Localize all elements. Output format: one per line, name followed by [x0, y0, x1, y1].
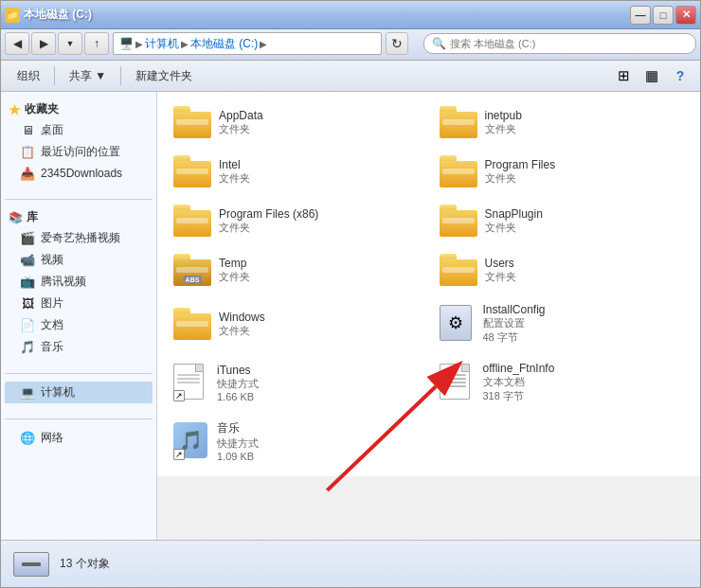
- file-size-offline: 318 字节: [483, 389, 555, 403]
- view-icon-button[interactable]: ⊞: [611, 64, 636, 87]
- sidebar-item-network[interactable]: 🌐 网络: [5, 427, 153, 449]
- file-name-users: Users: [485, 257, 516, 270]
- file-size-installconfig: 48 字节: [483, 330, 546, 345]
- file-name-inetpub: inetpub: [485, 109, 522, 122]
- breadcrumb-bar: 🖥️ ▶ 计算机 ▶ 本地磁盘 (C:) ▶: [113, 32, 382, 55]
- sidebar-item-downloads[interactable]: 📥 2345Downloads: [5, 163, 153, 184]
- breadcrumb-drive[interactable]: 本地磁盘 (C:): [190, 36, 258, 52]
- file-name-temp: Temp: [219, 257, 250, 270]
- organize-button[interactable]: 组织: [9, 63, 48, 88]
- search-icon: 🔍: [432, 37, 446, 50]
- forward-button[interactable]: ▶: [31, 32, 56, 55]
- address-bar-area: ◀ ▶ ▼ ↑ 🖥️ ▶ 计算机 ▶ 本地磁盘 (C:) ▶ ↻ 🔍: [1, 29, 700, 61]
- folder-title-icon: 📁: [5, 8, 20, 23]
- file-item-inetpub[interactable]: inetpub 文件夹: [431, 99, 693, 145]
- sidebar-divider-2: [5, 373, 153, 374]
- sidebar-item-docs[interactable]: 📄 文档: [5, 314, 153, 336]
- window-title: 本地磁盘 (C:): [24, 7, 92, 23]
- toolbar: 组织 共享 ▼ 新建文件夹 ⊞ ▦ ?: [1, 61, 700, 92]
- videos-label: 爱奇艺热播视频: [41, 230, 120, 246]
- file-item-appdata[interactable]: AppData 文件夹: [165, 99, 427, 145]
- file-list-container: AppData 文件夹 inetpub 文件夹: [157, 92, 700, 540]
- file-type-programfiles: 文件夹: [485, 171, 556, 186]
- file-item-music[interactable]: 🎵 ↗ 音乐 快捷方式 1.09 KB: [165, 414, 427, 469]
- music-icon: 🎵: [20, 340, 35, 355]
- file-item-offline[interactable]: offline_FtnInfo 文本文档 318 字节: [431, 355, 693, 410]
- share-button[interactable]: 共享 ▼: [61, 63, 115, 88]
- favorites-section: ★ 收藏夹 🖥 桌面 📋 最近访问的位置 📥 2345Downloads: [5, 99, 153, 184]
- file-name-offline: offline_FtnInfo: [483, 362, 555, 375]
- back-button[interactable]: ◀: [5, 32, 29, 55]
- window: 📁 本地磁盘 (C:) — □ ✕ ◀ ▶ ▼ ↑ 🖥️ ▶ 计算机 ▶ 本地磁…: [0, 0, 701, 588]
- file-name-appdata: AppData: [219, 109, 263, 122]
- folder-icon-appdata: [173, 106, 211, 138]
- docs-label: 文档: [41, 317, 63, 333]
- sidebar-item-desktop[interactable]: 🖥 桌面: [5, 119, 153, 141]
- file-item-temp[interactable]: ABS Temp 文件夹: [165, 247, 427, 293]
- folder-icon-users: [440, 254, 477, 286]
- file-item-users[interactable]: Users 文件夹: [431, 247, 693, 293]
- sidebar-item-videos[interactable]: 🎬 爱奇艺热播视频: [5, 227, 153, 249]
- network-label: 网络: [41, 430, 63, 446]
- main-area: ★ 收藏夹 🖥 桌面 📋 最近访问的位置 📥 2345Downloads: [1, 92, 700, 540]
- folder-icon-snapplugin: [440, 205, 477, 237]
- recent-icon: 📋: [20, 145, 35, 160]
- file-type-inetpub: 文件夹: [485, 122, 522, 136]
- file-item-windows[interactable]: Windows 文件夹: [165, 296, 427, 351]
- maximize-button[interactable]: □: [653, 6, 674, 25]
- sidebar-item-recent[interactable]: 📋 最近访问的位置: [5, 141, 153, 163]
- nav-row: ◀ ▶ ▼ ↑ 🖥️ ▶ 计算机 ▶ 本地磁盘 (C:) ▶ ↻ 🔍: [5, 32, 696, 55]
- new-folder-button[interactable]: 新建文件夹: [127, 63, 201, 88]
- folder-icon-inetpub: [440, 106, 477, 138]
- help-button[interactable]: ?: [668, 64, 692, 87]
- file-name-snapplugin: SnapPlugin: [485, 207, 543, 221]
- file-type-intel: 文件夹: [219, 171, 250, 186]
- sidebar-item-music[interactable]: 🎵 音乐: [5, 336, 153, 358]
- sidebar-item-pictures[interactable]: 🖼 图片: [5, 293, 153, 314]
- breadcrumb-computer[interactable]: 计算机: [145, 36, 179, 52]
- docs-icon: 📄: [20, 318, 35, 333]
- drive-icon: [12, 547, 50, 581]
- sidebar: ★ 收藏夹 🖥 桌面 📋 最近访问的位置 📥 2345Downloads: [1, 92, 157, 540]
- file-type-programfilesx86: 文件夹: [219, 221, 318, 235]
- file-item-programfilesx86[interactable]: Program Files (x86) 文件夹: [165, 198, 427, 243]
- file-name-music: 音乐: [217, 420, 259, 437]
- minimize-button[interactable]: —: [630, 6, 651, 25]
- file-item-installconfig[interactable]: ⚙ InstallConfig 配置设置 48 字节: [431, 296, 693, 351]
- libraries-header[interactable]: 📚 库: [5, 207, 153, 227]
- preview-icon-button[interactable]: ▦: [639, 64, 664, 87]
- up-button[interactable]: ↑: [84, 32, 109, 55]
- libraries-section: 📚 库 🎬 爱奇艺热播视频 📹 视频 📺 腾讯视频 🖼 图片: [5, 207, 153, 358]
- file-item-snapplugin[interactable]: SnapPlugin 文件夹: [431, 198, 693, 243]
- file-size-music: 1.09 KB: [217, 451, 259, 462]
- file-item-itunes[interactable]: ↗ iTunes 快捷方式 1.66 KB: [165, 355, 427, 410]
- downloads-icon: 📥: [20, 166, 35, 181]
- file-list: AppData 文件夹 inetpub 文件夹: [157, 92, 700, 476]
- file-type-appdata: 文件夹: [219, 122, 263, 136]
- toolbar-right: ⊞ ▦ ?: [611, 64, 692, 87]
- file-type-offline: 文本文档: [483, 375, 555, 389]
- music-label: 音乐: [41, 339, 63, 355]
- desktop-icon: 🖥: [20, 123, 35, 138]
- file-type-snapplugin: 文件夹: [485, 221, 543, 235]
- pictures-label: 图片: [41, 295, 63, 312]
- sidebar-item-computer[interactable]: 💻 计算机: [5, 382, 153, 403]
- folder-icon-windows: [173, 308, 211, 340]
- file-name-itunes: iTunes: [217, 364, 259, 377]
- sidebar-item-videos2[interactable]: 📹 视频: [5, 249, 153, 271]
- toolbar-sep-2: [120, 66, 121, 85]
- network-section: 🌐 网络: [5, 427, 153, 449]
- file-name-intel: Intel: [219, 158, 250, 171]
- pictures-icon: 🖼: [20, 296, 35, 312]
- close-button[interactable]: ✕: [675, 6, 696, 25]
- status-bar: 13 个对象: [1, 540, 700, 587]
- favorites-header[interactable]: ★ 收藏夹: [5, 99, 153, 119]
- file-type-users: 文件夹: [485, 270, 516, 284]
- search-input[interactable]: [450, 38, 688, 49]
- file-item-programfiles[interactable]: Program Files 文件夹: [431, 149, 693, 194]
- file-item-intel[interactable]: Intel 文件夹: [165, 149, 427, 194]
- refresh-button[interactable]: ↻: [386, 32, 408, 55]
- videos2-label: 视频: [41, 252, 63, 268]
- recent-button[interactable]: ▼: [58, 32, 82, 55]
- sidebar-item-videos3[interactable]: 📺 腾讯视频: [5, 271, 153, 293]
